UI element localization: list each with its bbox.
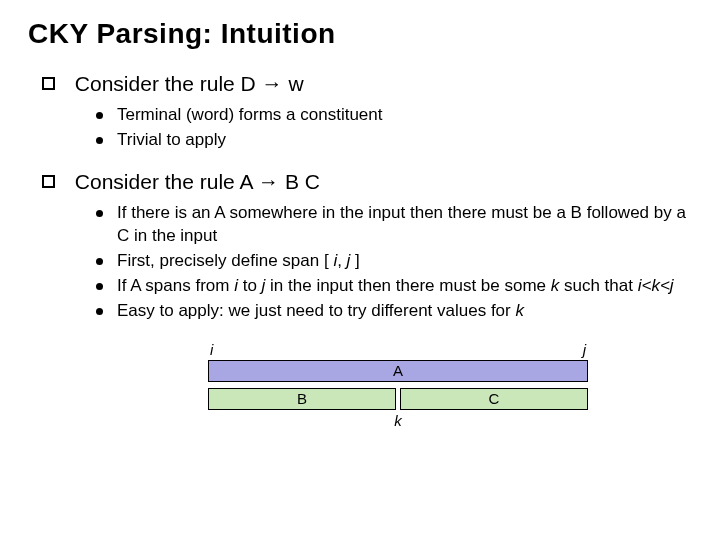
span-diagram: i j A B C k bbox=[208, 341, 588, 429]
rule-a-sub-2: First, precisely define span [ i, j ] bbox=[96, 250, 692, 273]
label-i: i bbox=[210, 341, 213, 358]
var-k: k bbox=[515, 301, 524, 320]
c-mid3: such that bbox=[559, 276, 637, 295]
rule-d-heading: Consider the rule D → w bbox=[75, 72, 304, 95]
span-post: ] bbox=[350, 251, 359, 270]
rule-a-sub-1-text: If there is an A somewhere in the input … bbox=[117, 202, 692, 248]
ij-labels: i j bbox=[208, 341, 588, 360]
label-k: k bbox=[208, 412, 588, 429]
bullet-rule-d: Consider the rule D → w bbox=[42, 72, 692, 96]
rule-a-sub-3-text: If A spans from i to j in the input then… bbox=[117, 275, 692, 298]
c-pre: If A spans from bbox=[117, 276, 234, 295]
var-ineq: i<k<j bbox=[638, 276, 674, 295]
c-mid1: to bbox=[238, 276, 262, 295]
rule-a-sublist: If there is an A somewhere in the input … bbox=[96, 202, 692, 323]
slide-title: CKY Parsing: Intuition bbox=[28, 18, 692, 50]
rule-a-sub-1: If there is an A somewhere in the input … bbox=[96, 202, 692, 248]
bar-a: A bbox=[208, 360, 588, 382]
rule-a-heading: Consider the rule A → B C bbox=[75, 170, 320, 193]
dot-icon bbox=[96, 137, 103, 144]
dot-icon bbox=[96, 210, 103, 217]
rule-a-sub-3: If A spans from i to j in the input then… bbox=[96, 275, 692, 298]
rule-d-sub-1-text: Terminal (word) forms a constituent bbox=[117, 104, 692, 127]
rule-d-sub-1: Terminal (word) forms a constituent bbox=[96, 104, 692, 127]
rule-d-sub-2: Trivial to apply bbox=[96, 129, 692, 152]
rule-d-sub-2-text: Trivial to apply bbox=[117, 129, 692, 152]
rule-a-sub-4: Easy to apply: we just need to try diffe… bbox=[96, 300, 692, 323]
rule-d-sublist: Terminal (word) forms a constituent Triv… bbox=[96, 104, 692, 152]
bar-c: C bbox=[400, 388, 588, 410]
dot-icon bbox=[96, 258, 103, 265]
dot-icon bbox=[96, 112, 103, 119]
span-mid: , bbox=[337, 251, 346, 270]
c-mid2: in the input then there must be some bbox=[265, 276, 550, 295]
span-pre: First, precisely define span [ bbox=[117, 251, 333, 270]
bullet-rule-a: Consider the rule A → B C bbox=[42, 170, 692, 194]
label-j: j bbox=[583, 341, 586, 358]
bc-row: B C bbox=[208, 388, 588, 410]
var-k: k bbox=[551, 276, 560, 295]
dot-icon bbox=[96, 283, 103, 290]
rule-a-sub-2-text: First, precisely define span [ i, j ] bbox=[117, 250, 692, 273]
d-pre: Easy to apply: we just need to try diffe… bbox=[117, 301, 515, 320]
rule-a-sub-4-text: Easy to apply: we just need to try diffe… bbox=[117, 300, 692, 323]
dot-icon bbox=[96, 308, 103, 315]
bar-b: B bbox=[208, 388, 396, 410]
